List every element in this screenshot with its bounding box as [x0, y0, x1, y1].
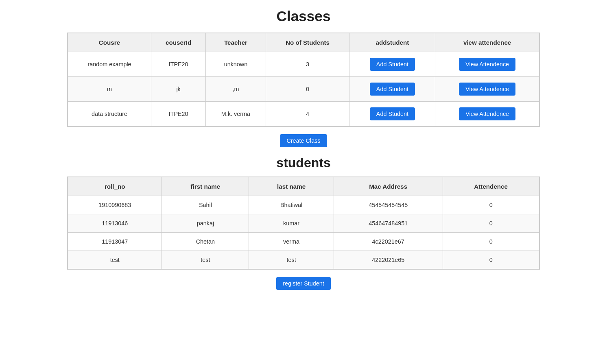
class-courseid-cell: ITPE20	[151, 102, 206, 126]
students-col-mac-address: Mac Address	[334, 177, 443, 196]
table-row: testtesttest4222021e650	[68, 251, 539, 269]
classes-table: Cousre couserId Teacher No of Students a…	[68, 33, 539, 126]
classes-col-course: Cousre	[68, 33, 151, 52]
student-first-name-cell: Chetan	[162, 233, 249, 251]
student-mac-address-cell: 4222021e65	[334, 251, 443, 269]
student-roll-no-cell: 11913046	[68, 214, 162, 233]
student-first-name-cell: test	[162, 251, 249, 269]
table-row: 1910990683SahilBhatiwal4545454545450	[68, 196, 539, 214]
classes-title: Classes	[8, 8, 599, 24]
classes-col-addstudent: addstudent	[349, 33, 435, 52]
students-table-header-row: roll_no first name last name Mac Address…	[68, 177, 539, 196]
table-row: mjk,m0Add StudentView Attendence	[68, 77, 539, 102]
class-course-cell: random example	[68, 52, 151, 77]
class-num-students-cell: 0	[266, 77, 349, 102]
class-courseid-cell: jk	[151, 77, 206, 102]
class-course-cell: data structure	[68, 102, 151, 126]
add-student-cell: Add Student	[349, 77, 435, 102]
student-attendence-cell: 0	[443, 214, 539, 233]
student-attendence-cell: 0	[443, 196, 539, 214]
students-table: roll_no first name last name Mac Address…	[68, 177, 539, 269]
student-last-name-cell: verma	[249, 233, 334, 251]
class-teacher-cell: unknown	[206, 52, 266, 77]
student-mac-address-cell: 4c22021e67	[334, 233, 443, 251]
student-roll-no-cell: 11913047	[68, 233, 162, 251]
class-teacher-cell: M.k. verma	[206, 102, 266, 126]
student-attendence-cell: 0	[443, 251, 539, 269]
add-student-button[interactable]: Add Student	[370, 58, 415, 71]
class-courseid-cell: ITPE20	[151, 52, 206, 77]
students-col-last-name: last name	[249, 177, 334, 196]
class-num-students-cell: 3	[266, 52, 349, 77]
view-attendence-button[interactable]: View Attendence	[459, 107, 515, 120]
classes-table-header-row: Cousre couserId Teacher No of Students a…	[68, 33, 539, 52]
student-mac-address-cell: 454647484951	[334, 214, 443, 233]
student-roll-no-cell: 1910990683	[68, 196, 162, 214]
student-attendence-cell: 0	[443, 233, 539, 251]
class-course-cell: m	[68, 77, 151, 102]
register-student-button[interactable]: register Student	[276, 277, 331, 290]
add-student-cell: Add Student	[349, 102, 435, 126]
table-row: 11913046pankajkumar4546474849510	[68, 214, 539, 233]
add-student-button[interactable]: Add Student	[370, 107, 415, 120]
student-roll-no-cell: test	[68, 251, 162, 269]
table-row: data structureITPE20M.k. verma4Add Stude…	[68, 102, 539, 126]
student-last-name-cell: kumar	[249, 214, 334, 233]
view-attendence-cell: View Attendence	[435, 77, 539, 102]
student-last-name-cell: test	[249, 251, 334, 269]
table-row: random exampleITPE20unknown3Add StudentV…	[68, 52, 539, 77]
table-row: 11913047Chetanverma4c22021e670	[68, 233, 539, 251]
student-last-name-cell: Bhatiwal	[249, 196, 334, 214]
class-num-students-cell: 4	[266, 102, 349, 126]
add-student-cell: Add Student	[349, 52, 435, 77]
add-student-button[interactable]: Add Student	[370, 83, 415, 96]
students-col-roll-no: roll_no	[68, 177, 162, 196]
create-class-button[interactable]: Create Class	[280, 134, 327, 147]
view-attendence-button[interactable]: View Attendence	[459, 83, 515, 96]
student-first-name-cell: pankaj	[162, 214, 249, 233]
view-attendence-button[interactable]: View Attendence	[459, 58, 515, 71]
students-col-first-name: first name	[162, 177, 249, 196]
classes-col-num-students: No of Students	[266, 33, 349, 52]
classes-col-teacher: Teacher	[206, 33, 266, 52]
classes-col-view-attendence: view attendence	[435, 33, 539, 52]
view-attendence-cell: View Attendence	[435, 102, 539, 126]
student-first-name-cell: Sahil	[162, 196, 249, 214]
class-teacher-cell: ,m	[206, 77, 266, 102]
view-attendence-cell: View Attendence	[435, 52, 539, 77]
classes-col-courserid: couserId	[151, 33, 206, 52]
students-col-attendence: Attendence	[443, 177, 539, 196]
students-title: students	[8, 155, 599, 170]
student-mac-address-cell: 454545454545	[334, 196, 443, 214]
